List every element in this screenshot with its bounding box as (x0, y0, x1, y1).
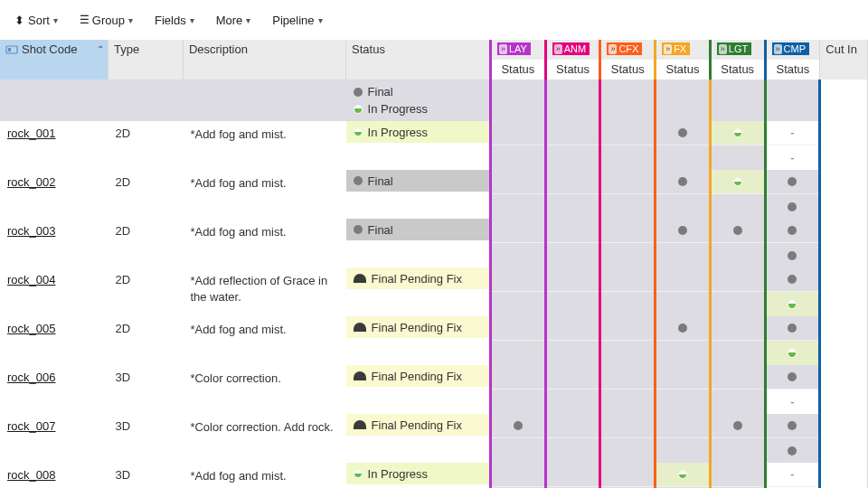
pipe-cell[interactable] (656, 463, 711, 488)
col-description[interactable]: Description (183, 40, 345, 80)
col-type[interactable]: Type (108, 40, 183, 80)
pipe-cell[interactable] (600, 219, 656, 267)
pipe-cell[interactable] (490, 463, 545, 488)
pipe-cell[interactable] (600, 463, 656, 488)
pipe-cell[interactable] (490, 219, 545, 267)
fields-menu[interactable]: Fields ▾ (155, 14, 194, 27)
sub-lgt-status[interactable]: Status (710, 60, 765, 80)
shot-link[interactable]: rock_003 (0, 219, 62, 243)
pipe-cell[interactable] (490, 121, 545, 170)
pipe-cell[interactable]: - (765, 365, 820, 414)
pipe-cell[interactable] (710, 316, 765, 365)
shot-link[interactable]: rock_007 (0, 414, 62, 438)
pipe-cell[interactable] (656, 219, 711, 267)
sub-cmp-status[interactable]: Status (765, 60, 820, 80)
shot-link[interactable]: rock_004 (0, 267, 62, 292)
pipe-cell[interactable] (710, 414, 765, 463)
col-cut-in[interactable]: Cut In (820, 40, 868, 80)
group-menu[interactable]: ☰ Group ▾ (80, 14, 133, 27)
cut-in-cell[interactable] (820, 365, 868, 414)
col-shot-code[interactable]: Shot Code ⌃ (0, 40, 108, 80)
pipe-cell[interactable] (545, 414, 600, 463)
pipe-cell[interactable] (710, 219, 765, 267)
sort-menu[interactable]: ⬍ Sort ▾ (14, 14, 58, 27)
cut-in-cell[interactable] (820, 267, 868, 316)
pipe-cell[interactable] (490, 414, 545, 463)
shot-link[interactable]: rock_001 (0, 121, 62, 145)
pipe-cell[interactable] (545, 121, 600, 170)
pipe-cell[interactable] (710, 463, 765, 488)
cut-in-cell[interactable] (820, 316, 868, 365)
pipe-cell[interactable] (545, 267, 600, 316)
pipe-cell[interactable] (765, 316, 820, 365)
pipe-cell[interactable] (545, 219, 600, 267)
cut-in-cell[interactable] (820, 121, 868, 170)
pipe-cell[interactable] (765, 219, 820, 267)
pipe-cell[interactable] (656, 414, 711, 463)
status-chip[interactable]: Final Pending Fix (346, 316, 489, 338)
pipe-cell[interactable] (600, 170, 656, 219)
status-dot-icon (788, 177, 797, 186)
status-chip[interactable]: Final (346, 170, 489, 192)
shot-link[interactable]: rock_005 (0, 316, 62, 341)
pipe-cell[interactable] (656, 267, 711, 316)
status-chip[interactable]: In Progress (346, 121, 489, 143)
pipe-cell[interactable] (765, 267, 820, 316)
col-fx[interactable]: »FX (656, 40, 711, 60)
status-chip[interactable]: Final (346, 219, 489, 240)
col-cfx[interactable]: »CFX (600, 40, 656, 60)
cut-in-cell[interactable] (820, 170, 868, 219)
more-menu[interactable]: More ▾ (216, 14, 251, 27)
pipe-cell[interactable] (490, 365, 545, 414)
col-lay[interactable]: »LAY (490, 40, 545, 60)
pipe-cell[interactable] (600, 365, 656, 414)
pipe-cell[interactable] (656, 121, 711, 170)
pipe-cell[interactable] (656, 170, 711, 219)
description-value: *Add fog and mist. (183, 170, 345, 197)
pipe-cell[interactable] (765, 170, 820, 219)
status-dot-final-icon (354, 88, 363, 97)
pipe-cell[interactable] (545, 316, 600, 365)
pipe-cell[interactable] (545, 365, 600, 414)
col-lgt[interactable]: »LGT (710, 40, 765, 60)
status-inprogress-icon (354, 469, 363, 478)
pipe-cell[interactable] (600, 414, 656, 463)
cut-in-cell[interactable] (820, 414, 868, 463)
pipe-cell[interactable] (545, 463, 600, 488)
pipe-cell[interactable] (600, 316, 656, 365)
pipeline-menu[interactable]: Pipeline ▾ (272, 14, 322, 27)
col-status[interactable]: Status (346, 40, 491, 80)
status-chip[interactable]: Final Pending Fix (346, 365, 489, 387)
pipe-cell[interactable] (656, 316, 711, 365)
status-chip[interactable]: Final Pending Fix (346, 414, 489, 436)
cut-in-cell[interactable] (820, 463, 868, 488)
status-label: Final Pending Fix (372, 370, 462, 383)
pipe-cell[interactable] (600, 121, 656, 170)
col-anm[interactable]: »ANM (545, 40, 600, 60)
pipe-cell[interactable] (710, 170, 765, 219)
pipe-cell[interactable] (545, 170, 600, 219)
status-chip[interactable]: In Progress (346, 463, 489, 484)
pipe-cell[interactable] (765, 414, 820, 463)
sub-cfx-status[interactable]: Status (600, 60, 656, 80)
pipe-cell[interactable] (490, 316, 545, 365)
cut-in-cell[interactable] (820, 219, 868, 267)
shot-link[interactable]: rock_006 (0, 365, 62, 389)
sub-fx-status[interactable]: Status (656, 60, 711, 80)
status-chip[interactable]: Final Pending Fix (346, 267, 489, 289)
pipe-cell[interactable] (490, 267, 545, 316)
shot-link[interactable]: rock_008 (0, 463, 62, 487)
pipe-cell[interactable] (710, 267, 765, 316)
shot-link[interactable]: rock_002 (0, 170, 62, 194)
sub-lay-status[interactable]: Status (490, 60, 545, 80)
col-cmp[interactable]: »CMP (765, 40, 820, 60)
pipe-cell[interactable]: -- (765, 121, 820, 170)
pipe-cell[interactable]: -- (765, 463, 820, 488)
sub-anm-status[interactable]: Status (545, 60, 600, 80)
pipe-cell[interactable] (656, 365, 711, 414)
fields-label: Fields (155, 14, 186, 27)
pipe-cell[interactable] (710, 121, 765, 170)
pipe-cell[interactable] (600, 267, 656, 316)
pipe-cell[interactable] (490, 170, 545, 219)
pipe-cell[interactable] (710, 365, 765, 414)
